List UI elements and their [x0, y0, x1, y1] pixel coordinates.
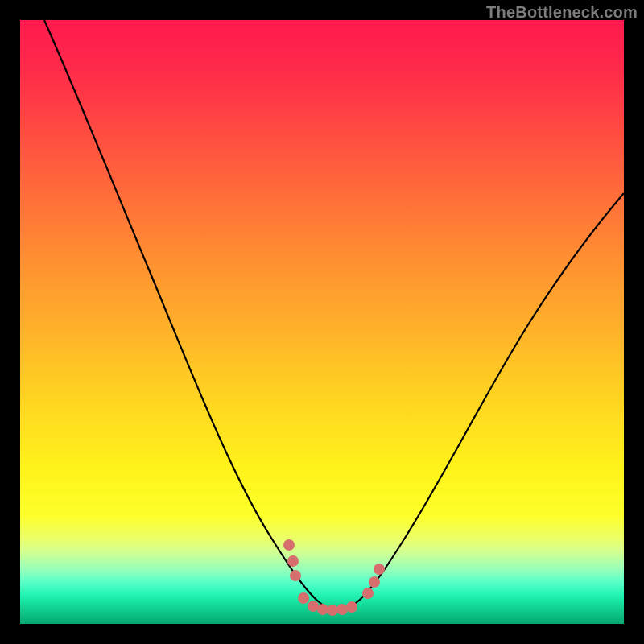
svg-point-1	[287, 555, 299, 567]
svg-point-0	[283, 539, 295, 551]
curve-layer	[20, 20, 624, 624]
svg-point-4	[308, 601, 319, 612]
watermark-text: TheBottleneck.com	[486, 3, 638, 22]
bottleneck-curve	[44, 20, 624, 612]
chart-frame: TheBottleneck.com	[0, 0, 644, 644]
svg-point-11	[374, 564, 385, 575]
plot-area	[20, 20, 624, 624]
svg-point-3	[298, 592, 309, 604]
svg-point-6	[327, 605, 338, 616]
svg-point-5	[317, 604, 328, 615]
svg-point-8	[346, 601, 357, 613]
svg-point-10	[369, 576, 380, 588]
svg-point-7	[336, 604, 348, 615]
svg-point-2	[290, 570, 301, 581]
optimal-markers	[283, 539, 385, 616]
svg-point-9	[362, 588, 374, 599]
